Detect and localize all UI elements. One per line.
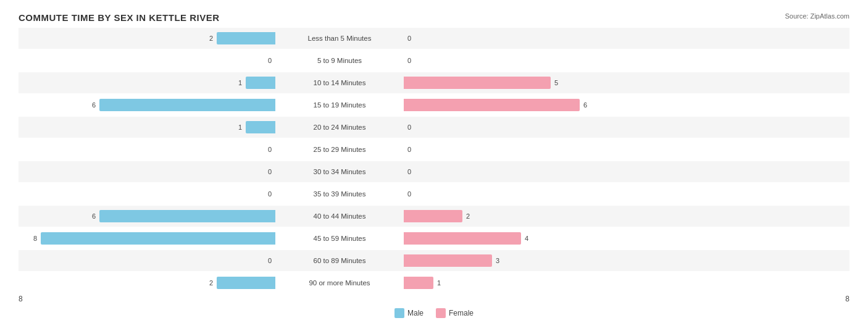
female-value: 0 (407, 190, 417, 198)
right-section: 2 (401, 210, 661, 222)
right-section: 4 (401, 232, 661, 245)
female-value: 3 (496, 257, 506, 264)
legend-male-label: Male (407, 309, 424, 317)
chart-row: 8 45 to 59 Minutes 4 (19, 228, 849, 249)
male-value: 0 (262, 146, 272, 153)
right-section: 1 (401, 277, 661, 289)
left-section: 0 (19, 188, 278, 200)
row-label: 35 to 39 Minutes (278, 190, 401, 198)
female-value: 0 (407, 35, 417, 42)
female-value: 1 (437, 279, 447, 287)
row-label: 20 to 24 Minutes (278, 124, 401, 131)
male-value: 2 (203, 35, 213, 42)
chart-row: 2 90 or more Minutes 1 (19, 272, 849, 293)
chart-container: COMMUTE TIME BY SEX IN KETTLE RIVER Sour… (0, 0, 868, 323)
chart-row: 2 Less than 5 Minutes 0 (19, 28, 849, 49)
axis-right: 8 (845, 295, 849, 303)
row-label: 40 to 44 Minutes (278, 212, 401, 220)
male-value: 0 (262, 257, 272, 264)
row-label: 5 to 9 Minutes (278, 57, 401, 64)
female-bar (404, 277, 433, 289)
female-value: 0 (407, 124, 417, 131)
legend: Male Female (19, 308, 849, 318)
left-section: 2 (19, 277, 278, 289)
left-section: 0 (19, 143, 278, 156)
male-bar (246, 121, 275, 133)
male-bar (99, 210, 275, 222)
male-bar (217, 32, 275, 44)
legend-male: Male (394, 308, 424, 318)
left-section: 1 (19, 77, 278, 89)
right-section: 0 (401, 143, 661, 156)
female-value: 6 (583, 101, 593, 109)
chart-row: 0 25 to 29 Minutes 0 (19, 139, 849, 160)
row-label: 10 to 14 Minutes (278, 79, 401, 86)
female-value: 4 (525, 235, 535, 242)
chart-row: 0 30 to 34 Minutes 0 (19, 161, 849, 182)
female-value: 5 (554, 79, 564, 86)
female-bar (404, 77, 551, 89)
row-label: 25 to 29 Minutes (278, 146, 401, 153)
left-section: 1 (19, 121, 278, 133)
right-section: 0 (401, 121, 661, 133)
left-section: 0 (19, 254, 278, 267)
right-section: 6 (401, 99, 661, 111)
female-value: 2 (466, 212, 476, 220)
right-section: 0 (401, 166, 661, 178)
legend-female-label: Female (449, 309, 474, 317)
male-value: 0 (262, 57, 272, 64)
chart-row: 1 20 to 24 Minutes 0 (19, 117, 849, 138)
left-section: 6 (19, 210, 278, 222)
chart-row: 0 35 to 39 Minutes 0 (19, 183, 849, 204)
row-label: 15 to 19 Minutes (278, 101, 401, 109)
male-bar (99, 99, 275, 111)
axis-labels: 8 8 (19, 295, 849, 303)
left-section: 8 (19, 232, 278, 245)
male-bar (41, 232, 275, 245)
right-section: 5 (401, 77, 661, 89)
chart-title: COMMUTE TIME BY SEX IN KETTLE RIVER (19, 12, 849, 23)
legend-female: Female (436, 308, 474, 318)
male-value: 8 (27, 235, 37, 242)
left-section: 0 (19, 54, 278, 67)
left-section: 2 (19, 32, 278, 44)
row-label: Less than 5 Minutes (278, 35, 401, 42)
chart-row: 6 15 to 19 Minutes 6 (19, 94, 849, 115)
female-value: 0 (407, 146, 417, 153)
legend-male-box (394, 308, 404, 318)
male-value: 6 (86, 212, 96, 220)
right-section: 0 (401, 54, 661, 67)
male-value: 1 (232, 124, 242, 131)
male-value: 6 (86, 101, 96, 109)
right-section: 0 (401, 188, 661, 200)
chart-row: 1 10 to 14 Minutes 5 (19, 72, 849, 93)
legend-female-box (436, 308, 446, 318)
left-section: 0 (19, 166, 278, 178)
male-value: 1 (232, 79, 242, 86)
right-section: 0 (401, 32, 661, 44)
left-section: 6 (19, 99, 278, 111)
male-bar (217, 277, 275, 289)
male-value: 2 (203, 279, 213, 287)
right-section: 3 (401, 254, 661, 267)
chart-row: 0 5 to 9 Minutes 0 (19, 50, 849, 71)
female-bar (404, 232, 521, 245)
source-label: Source: ZipAtlas.com (785, 12, 849, 20)
chart-area: 2 Less than 5 Minutes 0 0 5 to 9 Minutes… (19, 28, 849, 293)
row-label: 60 to 89 Minutes (278, 257, 401, 264)
female-bar (404, 254, 492, 267)
chart-row: 6 40 to 44 Minutes 2 (19, 206, 849, 227)
female-value: 0 (407, 168, 417, 175)
chart-row: 0 60 to 89 Minutes 3 (19, 250, 849, 271)
male-value: 0 (262, 168, 272, 175)
axis-left: 8 (19, 295, 23, 303)
female-bar (404, 210, 462, 222)
female-bar (404, 99, 580, 111)
female-value: 0 (407, 57, 417, 64)
row-label: 30 to 34 Minutes (278, 168, 401, 175)
row-label: 45 to 59 Minutes (278, 235, 401, 242)
row-label: 90 or more Minutes (278, 279, 401, 287)
male-value: 0 (262, 190, 272, 198)
male-bar (246, 77, 275, 89)
